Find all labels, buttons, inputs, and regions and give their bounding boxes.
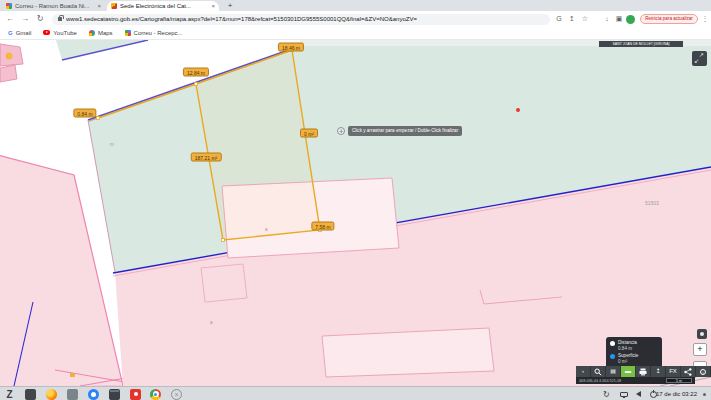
tab-close-icon[interactable]: ×: [97, 3, 101, 9]
export-button[interactable]: ↥: [651, 366, 666, 377]
tab-title: Correu - Ramon Boada Ni...: [15, 3, 94, 9]
measure-label-segment: 18.46 m: [278, 43, 304, 52]
magnifier-icon: [594, 368, 602, 376]
notification-dot-icon[interactable]: [703, 393, 706, 396]
parcel-number-label: 51503: [645, 200, 659, 206]
measure-tool-button[interactable]: ▬: [621, 366, 636, 377]
new-tab-button[interactable]: +: [225, 0, 235, 11]
catastro-favicon-icon: [111, 3, 117, 9]
address-bar[interactable]: www1.sedecatastro.gob.es/Cartografia/map…: [52, 14, 550, 25]
terminal-app-icon[interactable]: [25, 389, 36, 400]
bookmark-label: Maps: [98, 30, 113, 36]
zoom-tool-button[interactable]: [591, 366, 606, 377]
relaunch-to-update-button[interactable]: Reinicia para actualizar: [640, 14, 698, 24]
measure-tooltip: Click y arrastrar para empezar / Doble-C…: [348, 126, 462, 136]
tab-strip: Correu - Ramon Boada Ni... × Sede Electr…: [0, 0, 711, 11]
firefox-icon[interactable]: [46, 389, 57, 400]
measure-label-distance: 0.84 m: [73, 109, 96, 118]
red-point-marker: [516, 108, 520, 112]
layers-button[interactable]: ▤: [606, 366, 621, 377]
files-app-icon[interactable]: [67, 389, 78, 400]
scale-indicator: 5 m: [666, 378, 692, 383]
measure-label-area: 187.21 m²: [191, 153, 222, 162]
letter-m-label: m: [110, 142, 114, 147]
yellow-marker: [70, 373, 75, 377]
map-toolbar: › ▤ ▬ ↥ FX i: [576, 366, 711, 377]
reload-button[interactable]: ↻: [34, 13, 46, 24]
cadastral-map-canvas[interactable]: 51503 a a m: [0, 40, 711, 386]
speaker-tray-icon[interactable]: [636, 391, 641, 397]
measure-label-segment: 12.84 m: [183, 68, 209, 77]
expand-arrow-icon: ↗: [699, 52, 704, 58]
app-launcher-icon[interactable]: Z: [4, 389, 15, 400]
bookmark-youtube[interactable]: YouTube: [43, 30, 77, 36]
youtube-icon: [43, 30, 50, 35]
share-nodes-icon: [684, 368, 692, 376]
zoom-in-button[interactable]: +: [693, 343, 707, 356]
desktop-screen: Correu - Ramon Boada Ni... × Sede Electr…: [0, 0, 711, 400]
share-icon[interactable]: ↥: [566, 13, 578, 24]
distance-dot-icon: [610, 341, 615, 346]
bookmark-label: Correu - Recepc...: [134, 30, 183, 36]
update-tray-icon[interactable]: ↻: [603, 389, 610, 400]
bookmark-label: YouTube: [53, 30, 77, 36]
browser-menu-icon[interactable]: ⋮: [699, 13, 711, 24]
clock[interactable]: 17 de dic 03:22: [656, 387, 697, 400]
info-icon: i: [700, 369, 706, 375]
coordinates-readout: 468.036,44 4.664.921,08: [579, 379, 662, 383]
tab-sede-catastro[interactable]: Sede Electrónica del Cat... ×: [107, 1, 219, 11]
expand-toolbar-button[interactable]: ›: [576, 366, 591, 377]
url-text[interactable]: www1.sedecatastro.gob.es/Cartografia/map…: [66, 16, 417, 22]
mail-favicon-icon: [6, 3, 12, 9]
browser-toolbar: ← → ↻ www1.sedecatastro.gob.es/Cartograf…: [0, 11, 711, 26]
expand-arrow-icon: ↙: [694, 58, 699, 64]
profile-avatar[interactable]: [626, 15, 635, 24]
printer-icon: [639, 368, 647, 376]
bookmark-maps[interactable]: Maps: [89, 30, 113, 36]
fullscreen-button[interactable]: ↗ ↙: [692, 51, 707, 66]
download-icon[interactable]: ↓: [601, 13, 613, 24]
pip-icon[interactable]: ▣: [613, 13, 625, 24]
inner-parcel-bottom[interactable]: [322, 328, 494, 377]
distance-value: 0.84 m: [618, 346, 658, 352]
maps-pin-icon: [89, 30, 95, 36]
forward-button[interactable]: →: [19, 13, 31, 24]
padlock-icon[interactable]: [58, 17, 62, 21]
back-button[interactable]: ←: [4, 13, 16, 24]
small-pink-shape-2: [0, 65, 17, 82]
os-taskbar: Z × ↻ 17 de dic 03:22: [0, 386, 711, 400]
measure-label-area-zero: 0 m²: [300, 129, 318, 138]
print-button[interactable]: [636, 366, 651, 377]
translate-icon[interactable]: G: [553, 13, 565, 24]
measurement-panel: Distancia 0.84 m Superficie 0 m²: [606, 337, 662, 369]
info-button[interactable]: i: [696, 366, 711, 377]
window-app-icon[interactable]: [109, 389, 120, 400]
apps-grid-icon: [125, 30, 131, 36]
surface-dot-icon: [610, 354, 615, 359]
bookmark-label: Gmail: [16, 30, 32, 36]
google-g-icon: G: [8, 30, 13, 36]
cadastral-map-viewport[interactable]: 51503 a a m 0.84 m 12.84 m 18.46 m 0 m² …: [0, 40, 711, 386]
municipality-label: SANT JOAN DE MOLLET [GIRONA]: [599, 41, 683, 47]
map-footer: 468.036,44 4.664.921,08 5 m: [576, 377, 695, 384]
share-nodes-button[interactable]: [681, 366, 696, 377]
display-tray-icon[interactable]: [620, 392, 628, 397]
fxcc-button[interactable]: FX: [666, 366, 681, 377]
camera-app-icon[interactable]: [88, 389, 99, 400]
bookmark-gmail[interactable]: G Gmail: [8, 30, 31, 36]
bookmarks-bar: G Gmail YouTube Maps Correu - Recepc...: [0, 26, 711, 40]
media-app-icon[interactable]: [130, 389, 141, 400]
surface-value: 0 m²: [618, 359, 658, 365]
tab-correu[interactable]: Correu - Ramon Boada Ni... ×: [2, 1, 105, 11]
cursor-icon: ✛: [337, 127, 345, 135]
settings-app-icon[interactable]: ×: [171, 389, 182, 400]
bookmark-correu[interactable]: Correu - Recepc...: [125, 30, 183, 36]
geolocate-button[interactable]: [697, 329, 707, 339]
small-yellow-shape: [6, 53, 13, 60]
measure-label-segment: 7.58 m: [311, 222, 334, 231]
tab-title: Sede Electrónica del Cat...: [120, 3, 208, 9]
chrome-icon[interactable]: [150, 389, 161, 400]
bookmark-star-icon[interactable]: ☆: [579, 13, 591, 24]
tab-close-icon[interactable]: ×: [211, 3, 215, 9]
